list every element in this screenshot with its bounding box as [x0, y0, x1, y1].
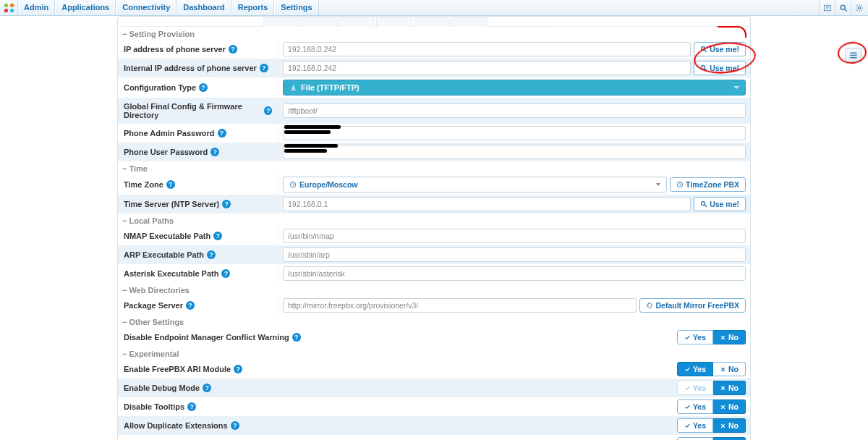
input-pkg[interactable] — [283, 298, 637, 313]
help-icon[interactable]: ? — [187, 402, 196, 411]
toggle-no[interactable]: No — [713, 437, 746, 440]
svg-point-11 — [702, 202, 705, 206]
svg-point-13 — [849, 54, 851, 56]
select-cfg-type[interactable]: File (TFTP/FTP) — [283, 80, 746, 96]
row-ntp: Time Server (NTP Server)? Use me! — [118, 195, 750, 213]
svg-point-14 — [849, 56, 851, 58]
timezone-pbx-button[interactable]: TimeZone PBX — [670, 177, 746, 192]
label-admin-pw: Phone Admin Password — [124, 129, 215, 138]
input-arp[interactable] — [283, 248, 746, 262]
nav-reports[interactable]: Reports — [231, 0, 275, 15]
help-icon[interactable]: ? — [260, 64, 268, 72]
input-ntp[interactable] — [283, 197, 691, 211]
help-icon[interactable]: ? — [166, 180, 175, 189]
help-icon[interactable]: ? — [210, 148, 219, 156]
nav-admin[interactable]: Admin — [17, 0, 55, 15]
toggle-no[interactable]: No — [713, 381, 746, 395]
help-icon[interactable]: ? — [213, 232, 222, 240]
toggle-tooltips[interactable]: Yes No — [677, 399, 746, 414]
top-navbar: Admin Applications Connectivity Dashboar… — [0, 0, 868, 16]
help-icon[interactable]: ? — [199, 83, 208, 92]
toggle-no[interactable]: No — [713, 330, 746, 344]
svg-point-6 — [858, 7, 860, 9]
section-local-paths[interactable]: −Local Paths — [118, 213, 750, 227]
toggle-conflict[interactable]: Yes No — [677, 330, 746, 344]
help-icon[interactable]: ? — [231, 421, 239, 430]
app-logo-icon — [1, 0, 17, 15]
toggle-debug[interactable]: Yes No — [677, 381, 746, 395]
default-mirror-button[interactable]: Default Mirror FreePBX — [639, 298, 746, 313]
row-conflict: Disable Endpoint Manager Conflict Warnin… — [118, 328, 750, 347]
toggle-yes[interactable]: Yes — [677, 362, 713, 376]
label-global-dir: Global Final Config & Firmware Directory — [124, 102, 261, 119]
search-icon[interactable] — [835, 0, 851, 15]
use-me-button[interactable]: Use me! — [694, 197, 746, 211]
row-user-pw: Phone User Password? — [118, 143, 750, 161]
lang-icon[interactable] — [819, 0, 835, 15]
toggle-ari[interactable]: Yes No — [677, 362, 746, 376]
help-icon[interactable]: ? — [234, 365, 242, 373]
row-saveover: Allow Saving Over Default Configuration … — [118, 435, 750, 440]
toggle-no[interactable]: No — [713, 399, 746, 414]
row-asterisk: Asterisk Executable Path? — [118, 264, 750, 283]
section-time[interactable]: −Time — [118, 161, 750, 174]
input-global-dir[interactable] — [283, 103, 746, 118]
help-icon[interactable]: ? — [186, 301, 195, 310]
help-icon[interactable]: ? — [229, 45, 237, 54]
help-icon[interactable]: ? — [292, 333, 301, 342]
row-nmap: NMAP Executable Path? — [118, 227, 750, 245]
settings-panel: −Setting Provision IP address of phone s… — [117, 16, 751, 440]
toggle-yes[interactable]: Yes — [677, 381, 713, 395]
label-pkg: Package Server — [124, 301, 183, 310]
input-nmap[interactable] — [283, 229, 746, 243]
section-experimental[interactable]: −Experimental — [118, 347, 750, 360]
input-ip-internal[interactable] — [283, 61, 691, 75]
row-debug: Enable Debug Mode? Yes No — [118, 378, 750, 397]
svg-point-0 — [4, 3, 8, 7]
label-dupext: Allow Duplicate Extensions — [124, 421, 228, 430]
nav-connectivity[interactable]: Connectivity — [116, 0, 176, 15]
nav-dashboard[interactable]: Dashboard — [176, 0, 231, 15]
toggle-yes[interactable]: Yes — [677, 437, 713, 440]
section-web-directories[interactable]: −Web Directories — [118, 283, 750, 296]
toggle-yes[interactable]: Yes — [677, 418, 713, 433]
input-admin-pw[interactable] — [283, 126, 746, 140]
nav-settings[interactable]: Settings — [274, 0, 318, 15]
label-ntp: Time Server (NTP Server) — [124, 200, 219, 208]
input-ip-phone[interactable] — [283, 42, 691, 56]
row-ip-phone: IP address of phone server? Use me! — [118, 40, 750, 59]
nav-applications[interactable]: Applications — [55, 0, 116, 15]
select-tz[interactable]: Europe/Moscow — [283, 177, 667, 192]
label-conflict: Disable Endpoint Manager Conflict Warnin… — [124, 333, 289, 342]
input-asterisk[interactable] — [283, 266, 746, 281]
help-icon[interactable]: ? — [203, 384, 211, 392]
toggle-saveover[interactable]: Yes No — [677, 437, 746, 440]
row-global-dir: Global Final Config & Firmware Directory… — [118, 98, 750, 124]
help-icon[interactable]: ? — [218, 129, 226, 138]
side-panel-toggle-icon[interactable] — [845, 48, 862, 62]
svg-point-1 — [10, 3, 14, 7]
help-icon[interactable]: ? — [222, 200, 231, 208]
toggle-no[interactable]: No — [713, 418, 746, 433]
help-icon[interactable]: ? — [221, 269, 230, 278]
top-nav: Admin Applications Connectivity Dashboar… — [17, 0, 319, 15]
toggle-no[interactable]: No — [713, 362, 746, 376]
row-ip-internal: Internal IP address of phone server? Use… — [118, 59, 750, 77]
section-other[interactable]: −Other Settings — [118, 315, 750, 328]
help-icon[interactable]: ? — [264, 106, 272, 115]
label-debug: Enable Debug Mode — [124, 384, 200, 392]
use-me-button[interactable]: Use me! — [694, 61, 746, 75]
section-setting-provision[interactable]: −Setting Provision — [118, 27, 750, 40]
toggle-yes[interactable]: Yes — [677, 399, 713, 414]
row-cfg-type: Configuration Type? File (TFTP/FTP) — [118, 77, 750, 98]
gear-icon[interactable] — [851, 0, 867, 15]
label-ip-phone: IP address of phone server — [124, 45, 226, 54]
svg-point-3 — [10, 8, 14, 12]
input-user-pw[interactable] — [283, 145, 746, 159]
label-ip-internal: Internal IP address of phone server — [124, 64, 257, 72]
use-me-button[interactable]: Use me! — [694, 42, 746, 56]
toggle-yes[interactable]: Yes — [677, 330, 713, 344]
help-icon[interactable]: ? — [207, 250, 216, 259]
row-arp: ARP Executable Path? — [118, 245, 750, 264]
toggle-dupext[interactable]: Yes No — [677, 418, 746, 433]
